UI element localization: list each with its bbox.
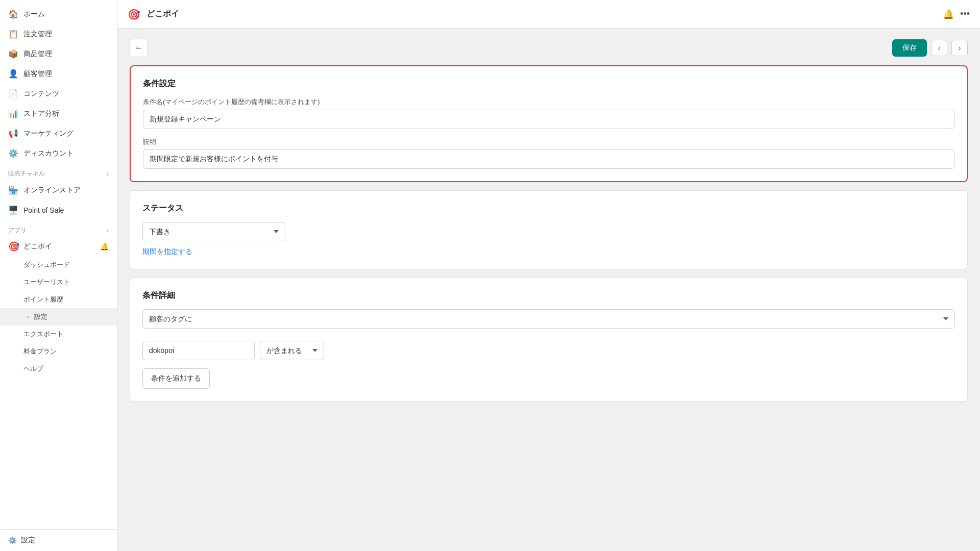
description-field-label: 説明	[143, 137, 954, 146]
contents-icon: 📄	[8, 89, 18, 98]
footer-settings-label: 設定	[21, 536, 35, 545]
status-card: ステータス 下書き 有効 無効 期間を指定する	[130, 190, 968, 269]
app-name-label: どこポイ	[23, 242, 52, 251]
main-content: 🎯 どこポイ 🔔 ••• ← 保存 ‹ › 条件設定 条件名(マイページのポイン…	[117, 0, 980, 551]
sales-channel-arrow: ›	[107, 170, 109, 178]
sidebar-item-label-analytics: ストア分析	[23, 109, 59, 118]
toolbar-row: ← 保存 ‹ ›	[130, 39, 968, 57]
sidebar-item-contents[interactable]: 📄 コンテンツ	[0, 84, 117, 104]
sidebar-item-label-home: ホーム	[23, 10, 45, 19]
marketing-icon: 📢	[8, 129, 18, 138]
date-range-link[interactable]: 期間を指定する	[142, 247, 192, 257]
sidebar-item-label-customers: 顧客管理	[23, 69, 52, 79]
condition-contains-select[interactable]: が含まれる が含まれない	[260, 341, 324, 360]
app-header: 🎯 どこポイ 🔔	[0, 237, 117, 256]
status-card-title: ステータス	[142, 203, 955, 214]
sidebar-sub-item-user-list[interactable]: ユーザーリスト	[0, 273, 117, 291]
condition-settings-card: 条件設定 条件名(マイページのポイント履歴の備考欄に表示されます) 説明	[130, 65, 968, 182]
sidebar-sub-item-point-history[interactable]: ポイント履歴	[0, 291, 117, 308]
sidebar-item-pos[interactable]: 🖥️ Point of Sale	[0, 200, 117, 220]
sidebar-nav: 🏠 ホーム 📋 注文管理 📦 商品管理 👤 顧客管理 📄 コンテンツ 📊	[0, 0, 117, 529]
apps-section: アプリ ›	[0, 220, 117, 237]
topbar-right: 🔔 •••	[943, 9, 970, 20]
home-icon: 🏠	[8, 9, 18, 19]
back-button[interactable]: ←	[130, 39, 148, 57]
sidebar-item-label-discount: ディスカウント	[23, 149, 74, 158]
sidebar-sub-item-pricing[interactable]: 料金プラン	[0, 343, 117, 360]
online-store-icon: 🏪	[8, 185, 18, 195]
sidebar-item-label-orders: 注文管理	[23, 30, 52, 39]
sidebar-item-label-contents: コンテンツ	[23, 89, 59, 98]
sidebar-footer-settings[interactable]: ⚙️ 設定	[0, 529, 117, 551]
footer-settings-icon: ⚙️	[8, 536, 17, 544]
condition-type-select[interactable]: 顧客のタグに 注文金額が 購入回数が	[142, 309, 955, 329]
page-content: ← 保存 ‹ › 条件設定 条件名(マイページのポイント履歴の備考欄に表示されま…	[117, 29, 980, 551]
topbar-bell-icon[interactable]: 🔔	[943, 9, 954, 20]
sidebar-item-analytics[interactable]: 📊 ストア分析	[0, 104, 117, 123]
customers-icon: 👤	[8, 69, 18, 79]
analytics-icon: 📊	[8, 109, 18, 118]
sidebar-sub-item-settings[interactable]: → 設定	[0, 308, 117, 325]
sidebar-item-customers[interactable]: 👤 顧客管理	[0, 64, 117, 84]
add-condition-button[interactable]: 条件を追加する	[142, 368, 210, 389]
sidebar-item-label-online-store: オンラインストア	[23, 186, 81, 195]
description-field-input[interactable]	[143, 149, 954, 169]
products-icon: 📦	[8, 49, 18, 59]
sidebar-item-label-products: 商品管理	[23, 49, 52, 59]
toolbar-right-buttons: 保存 ‹ ›	[892, 39, 968, 57]
save-button[interactable]: 保存	[892, 39, 927, 57]
sidebar-sub-item-dashboard[interactable]: ダッシュボード	[0, 256, 117, 273]
condition-settings-title: 条件設定	[143, 79, 954, 89]
sidebar-sub-item-help[interactable]: ヘルプ	[0, 360, 117, 378]
sidebar-item-orders[interactable]: 📋 注文管理	[0, 24, 117, 44]
next-button[interactable]: ›	[951, 40, 968, 56]
sales-channel-section: 販売チャネル ›	[0, 163, 117, 180]
name-field-label: 条件名(マイページのポイント履歴の備考欄に表示されます)	[143, 97, 954, 107]
sidebar-sub-item-export[interactable]: エクスポート	[0, 325, 117, 343]
sidebar-item-products[interactable]: 📦 商品管理	[0, 44, 117, 64]
topbar-more-icon[interactable]: •••	[960, 9, 970, 19]
apps-arrow: ›	[107, 227, 109, 234]
sidebar: 🏠 ホーム 📋 注文管理 📦 商品管理 👤 顧客管理 📄 コンテンツ 📊	[0, 0, 117, 551]
app-emoji-icon: 🎯	[8, 241, 19, 252]
sidebar-item-home[interactable]: 🏠 ホーム	[0, 4, 117, 24]
pos-icon: 🖥️	[8, 205, 18, 215]
condition-tag-input[interactable]	[142, 341, 255, 360]
condition-detail-title: 条件詳細	[142, 290, 955, 301]
topbar: 🎯 どこポイ 🔔 •••	[117, 0, 980, 29]
prev-button[interactable]: ‹	[931, 40, 947, 56]
bell-icon[interactable]: 🔔	[100, 242, 109, 251]
discount-icon: ⚙️	[8, 148, 18, 158]
sidebar-item-label-pos: Point of Sale	[23, 206, 64, 214]
name-field-input[interactable]	[143, 110, 954, 129]
condition-row: が含まれる が含まれない	[142, 341, 955, 360]
topbar-app-emoji: 🎯	[128, 8, 140, 20]
orders-icon: 📋	[8, 29, 18, 39]
sidebar-item-marketing[interactable]: 📢 マーケティング	[0, 123, 117, 143]
sidebar-item-discount[interactable]: ⚙️ ディスカウント	[0, 143, 117, 163]
sidebar-item-online-store[interactable]: 🏪 オンラインストア	[0, 180, 117, 200]
status-select[interactable]: 下書き 有効 無効	[142, 222, 285, 241]
condition-detail-card: 条件詳細 顧客のタグに 注文金額が 購入回数が が含まれる が含まれない 条件を…	[130, 278, 968, 402]
sidebar-item-label-marketing: マーケティング	[23, 129, 74, 138]
topbar-app-name: どこポイ	[146, 9, 179, 19]
